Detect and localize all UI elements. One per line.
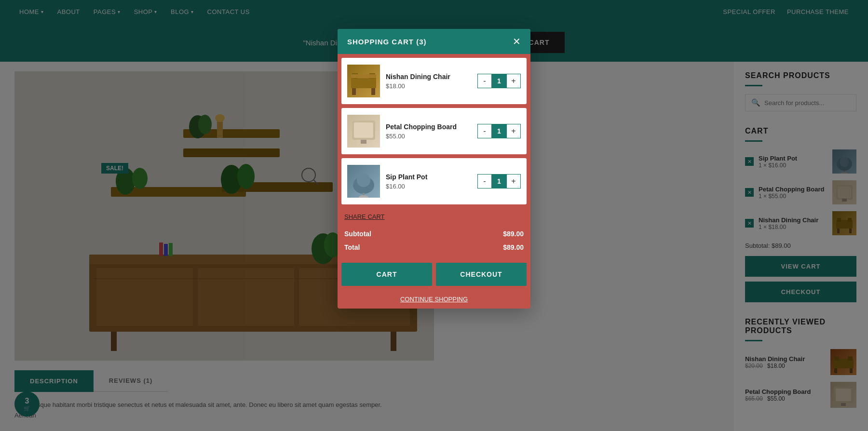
- modal-item-sip: Sip Plant Pot $16.00 - 1 +: [341, 158, 527, 204]
- share-cart-link[interactable]: SHARE CART: [338, 208, 392, 225]
- svg-rect-54: [354, 122, 373, 138]
- nishan-qty-decrease[interactable]: -: [478, 74, 491, 88]
- petal-qty-decrease[interactable]: -: [478, 124, 491, 138]
- svg-rect-51: [371, 88, 375, 95]
- cart-modal: SHOPPING CART (3) ✕ Nishan Dining Chair …: [338, 29, 530, 309]
- subtotal-label: Subtotal: [344, 230, 371, 238]
- modal-sip-info: Sip Plant Pot $16.00: [386, 173, 472, 190]
- modal-nishan-price: $18.00: [386, 82, 472, 90]
- modal-sip-thumb: [347, 165, 380, 198]
- modal-sip-price: $16.00: [386, 183, 472, 190]
- svg-rect-52: [351, 74, 376, 78]
- modal-petal-price: $55.00: [386, 133, 472, 140]
- modal-nishan-name: Nishan Dining Chair: [386, 73, 472, 81]
- petal-qty-increase[interactable]: +: [507, 124, 520, 138]
- cart-modal-close-button[interactable]: ✕: [513, 37, 521, 46]
- modal-item-petal: Petal Chopping Board $55.00 - 1 +: [341, 108, 527, 154]
- sip-qty-decrease[interactable]: -: [478, 175, 491, 188]
- total-value: $89.00: [503, 243, 524, 251]
- modal-petal-qty-control: - 1 +: [477, 124, 521, 138]
- sip-qty-increase[interactable]: +: [507, 175, 520, 188]
- continue-shopping-link[interactable]: CONTINUE SHOPPING: [338, 290, 530, 309]
- subtotal-row: Subtotal $89.00: [344, 227, 524, 241]
- modal-item-nishan: Nishan Dining Chair $18.00 - 1 +: [341, 58, 527, 104]
- total-row: Total $89.00: [344, 241, 524, 254]
- sip-qty-display: 1: [491, 175, 507, 188]
- svg-rect-50: [352, 88, 356, 95]
- modal-checkout-button[interactable]: CHECKOUT: [436, 263, 527, 286]
- total-label: Total: [344, 243, 360, 251]
- modal-nishan-thumb: [347, 65, 380, 97]
- svg-rect-55: [361, 140, 366, 144]
- modal-cart-button[interactable]: CART: [341, 263, 432, 286]
- modal-petal-thumb: [347, 115, 380, 148]
- modal-nishan-info: Nishan Dining Chair $18.00: [386, 73, 472, 90]
- modal-sip-qty-control: - 1 +: [477, 174, 521, 189]
- svg-rect-57: [357, 174, 370, 187]
- svg-point-59: [359, 195, 368, 198]
- petal-qty-display: 1: [491, 124, 507, 138]
- modal-overlay[interactable]: SHOPPING CART (3) ✕ Nishan Dining Chair …: [0, 0, 868, 431]
- modal-petal-info: Petal Chopping Board $55.00: [386, 123, 472, 140]
- nishan-qty-display: 1: [491, 74, 507, 88]
- modal-action-buttons: CART CHECKOUT: [341, 263, 527, 286]
- modal-totals: Subtotal $89.00 Total $89.00: [338, 225, 530, 259]
- subtotal-value: $89.00: [503, 230, 524, 238]
- nishan-qty-increase[interactable]: +: [507, 74, 520, 88]
- cart-modal-title: SHOPPING CART (3): [347, 38, 427, 46]
- modal-sip-name: Sip Plant Pot: [386, 173, 472, 181]
- cart-modal-header: SHOPPING CART (3) ✕: [338, 29, 530, 54]
- modal-petal-name: Petal Chopping Board: [386, 123, 472, 131]
- modal-nishan-qty-control: - 1 +: [477, 74, 521, 88]
